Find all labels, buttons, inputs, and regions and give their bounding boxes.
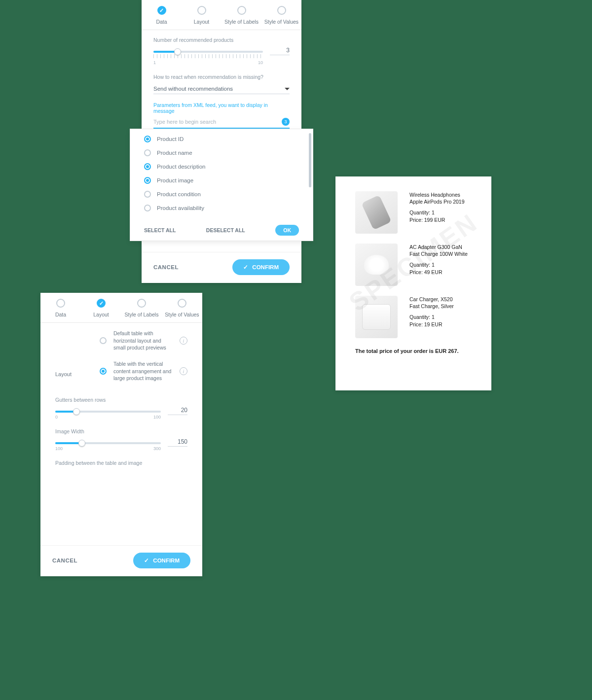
product-price: Price: 49 EUR [409,269,468,276]
tab-circle-icon [178,299,186,308]
tab-circle-icon [277,6,286,15]
num-recommended-label: Number of recommended products [153,37,290,43]
ok-button[interactable]: OK [275,225,299,236]
slider-max: 100 [153,415,161,420]
product-price: Price: 199 EUR [409,216,465,223]
preview-specimen-panel: SPECIMEN Wireless Headphones Apple AirPo… [335,176,491,390]
product-quantity: Quantity: 1 [409,209,465,216]
product-quantity: Quantity: 1 [409,314,454,320]
param-option-product-condition[interactable]: Product condition [130,187,313,201]
product-image-icon [355,191,398,234]
gutters-slider[interactable]: 0100 [55,407,161,420]
tab-check-icon [157,6,166,15]
info-icon[interactable]: i [180,367,187,375]
chevron-down-icon [285,88,290,90]
tab-label: Style of Labels [224,19,259,25]
radio-icon [144,136,151,142]
param-label: Product ID [157,136,184,142]
product-subtitle: Fast Charge, Silver [409,303,454,310]
tab-label: Data [55,312,66,317]
tab-label: Layout [93,312,109,317]
scrollbar[interactable] [309,133,311,187]
tab-style-labels[interactable]: Style of Labels [121,293,162,322]
layout-option-label: Table with the vertical content arrangem… [113,360,173,382]
tab-layout[interactable]: Layout [182,0,222,30]
image-width-value[interactable]: 150 [168,438,187,447]
radio-icon [100,368,107,375]
product-name: Wireless Headphones [409,191,465,198]
param-option-product-name[interactable]: Product name [130,146,313,160]
product-row: Wireless Headphones Apple AirPods Pro 20… [355,191,472,234]
slider-min: 100 [55,446,63,451]
tab-label: Style of Labels [125,312,159,317]
tab-circle-icon [237,6,246,15]
param-label: Product condition [157,191,201,197]
tab-label: Layout [194,19,210,25]
radio-icon [144,149,151,156]
tab-label: Style of Values [264,19,298,25]
product-info: Wireless Headphones Apple AirPods Pro 20… [409,191,465,234]
slider-min: 1 [153,60,156,65]
param-option-product-image[interactable]: Product image [130,174,313,187]
padding-label: Padding between the table and image [55,460,187,466]
cancel-button[interactable]: CANCEL [52,558,77,563]
gutters-slider-row: 0100 20 [55,407,187,420]
gutters-value[interactable]: 20 [168,407,187,415]
config-tabs: Data Layout Style of Labels Style of Val… [142,0,301,30]
radio-icon [144,205,151,211]
tab-data[interactable]: Data [142,0,182,30]
tab-layout[interactable]: Layout [81,293,121,322]
param-option-product-description[interactable]: Product description [130,160,313,174]
product-price: Price: 19 EUR [409,321,454,328]
layout-option-horizontal[interactable]: Default table with horizontal layout and… [100,330,187,351]
tab-label: Data [156,19,167,25]
order-total: The total price of your order is EUR 267… [355,348,472,354]
product-name: Car Charger, X520 [409,296,454,303]
dropdown-value: Send without recommendations [153,86,233,92]
layout-option-vertical[interactable]: Table with the vertical content arrangem… [100,360,187,382]
confirm-button[interactable]: CONFIRM [133,553,190,568]
tab-label: Style of Values [165,312,199,317]
param-label: Product name [157,150,192,156]
info-icon[interactable]: i [180,337,187,345]
param-option-product-availability[interactable]: Product availability [130,201,313,215]
xml-params-search[interactable]: Type here to begin search 3 [153,116,290,129]
tab-style-labels[interactable]: Style of Labels [222,0,261,30]
selected-count-badge: 3 [282,118,290,126]
product-image-icon [355,296,398,338]
confirm-button[interactable]: CONFIRM [232,259,290,275]
tab-circle-icon [56,299,65,308]
tab-style-values[interactable]: Style of Values [162,293,202,322]
dialog-body: Number of recommended products 110 3 How… [142,30,301,129]
search-placeholder: Type here to begin search [153,119,216,125]
config-tabs: Data Layout Style of Labels Style of Val… [40,293,202,323]
layout-option-label: Default table with horizontal layout and… [113,330,173,351]
product-info: Car Charger, X520 Fast Charge, Silver Qu… [409,296,454,338]
deselect-all-button[interactable]: DESELECT ALL [206,227,245,233]
preview-body: SPECIMEN Wireless Headphones Apple AirPo… [335,176,491,390]
radio-icon [144,177,151,184]
xml-params-header: Parameters from XML feed, you want to di… [153,102,290,114]
tab-check-icon [97,299,106,308]
param-option-product-id[interactable]: Product ID [130,132,313,146]
num-recommended-slider[interactable]: 110 [153,47,263,65]
missing-reaction-dropdown[interactable]: Send without recommendations [153,84,290,94]
tab-data[interactable]: Data [40,293,81,322]
product-row: AC Adapter G300 GaN Fast Charge 100W Whi… [355,244,472,286]
select-all-button[interactable]: SELECT ALL [144,227,176,233]
confirm-label: CONFIRM [252,264,279,270]
tab-style-values[interactable]: Style of Values [261,0,301,30]
product-name: AC Adapter G300 GaN [409,244,468,250]
dialog-footer: CANCEL CONFIRM [142,252,301,283]
cancel-button[interactable]: CANCEL [153,264,179,270]
image-width-label: Image Width [55,428,187,434]
image-width-slider[interactable]: 100300 [55,438,161,451]
confirm-label: CONFIRM [153,558,180,563]
num-recommended-value[interactable]: 3 [270,47,290,55]
param-label: Product description [157,164,205,170]
missing-reaction-field: How to react when recommendation is miss… [153,74,290,94]
product-image-icon [355,244,398,286]
param-label: Product availability [157,205,204,211]
slider-min: 0 [55,415,58,420]
product-quantity: Quantity: 1 [409,261,468,268]
